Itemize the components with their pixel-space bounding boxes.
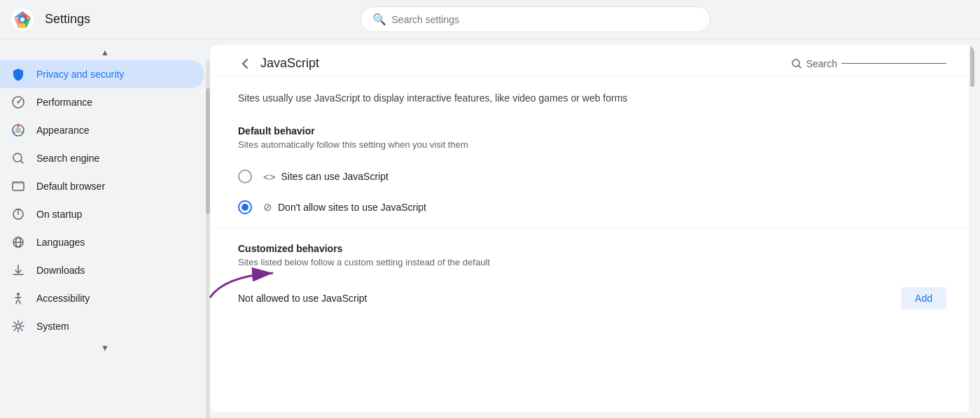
sidebar-label-search-engine: Search engine: [36, 153, 99, 164]
svg-point-8: [18, 125, 20, 127]
accessibility-icon: [11, 291, 25, 305]
radio-label-allow: <> Sites can use JavaScript: [263, 171, 388, 183]
not-allowed-label: Not allowed to use JavaScript: [238, 293, 367, 304]
scroll-up-icon: ▲: [101, 48, 109, 57]
sidebar-item-downloads[interactable]: Downloads: [0, 256, 204, 284]
sidebar-label-on-startup: On startup: [36, 209, 82, 220]
sidebar-label-default-browser: Default browser: [36, 181, 105, 192]
default-behavior-heading: Default behavior: [210, 114, 974, 139]
content-search-icon: [791, 58, 802, 69]
radio-option-allow[interactable]: <> Sites can use JavaScript: [210, 161, 974, 192]
default-behavior-subtext: Sites automatically follow this setting …: [210, 139, 974, 161]
svg-point-7: [15, 127, 21, 133]
add-button[interactable]: Add: [901, 287, 946, 309]
page-description: Sites usually use JavaScript to display …: [210, 77, 974, 114]
svg-rect-13: [13, 182, 24, 184]
svg-point-5: [18, 102, 20, 104]
sidebar-label-system: System: [36, 321, 69, 332]
system-icon: [11, 319, 25, 333]
radio-circle-block[interactable]: [238, 200, 252, 214]
back-button[interactable]: [238, 57, 252, 71]
customized-behaviors-subtext: Sites listed below follow a custom setti…: [210, 257, 974, 279]
search-icon: 🔍: [372, 13, 386, 26]
code-icon: <>: [263, 171, 276, 183]
appearance-icon: [11, 123, 25, 137]
sidebar-item-privacy-security[interactable]: Privacy and security: [0, 60, 204, 88]
sidebar: ▲ Privacy and security Performance: [0, 39, 210, 418]
content-search[interactable]: Search: [791, 58, 946, 69]
sidebar-item-appearance[interactable]: Appearance: [0, 116, 204, 144]
svg-point-9: [22, 132, 24, 134]
sidebar-item-on-startup[interactable]: On startup: [0, 200, 204, 228]
main-layout: ▲ Privacy and security Performance: [0, 39, 980, 418]
page-header-left: JavaScript: [238, 56, 319, 71]
search-input[interactable]: [392, 14, 699, 25]
topbar: Settings 🔍: [0, 0, 980, 39]
sidebar-label-performance: Performance: [36, 97, 92, 108]
sidebar-label-accessibility: Accessibility: [36, 293, 90, 304]
sidebar-scroll-up: ▲: [0, 45, 210, 60]
on-startup-icon: [11, 207, 25, 221]
performance-icon: [11, 95, 25, 109]
radio-inner-block: [241, 204, 248, 211]
sidebar-item-system[interactable]: System: [0, 312, 204, 340]
sidebar-label-privacy-security: Privacy and security: [36, 69, 124, 80]
global-search-bar[interactable]: 🔍: [360, 6, 710, 32]
app-title: Settings: [45, 12, 90, 27]
content-area: JavaScript Search Sites usually use Java…: [210, 45, 974, 412]
content-scrollbar-thumb[interactable]: [970, 45, 974, 87]
scroll-down-icon: ▼: [101, 343, 109, 353]
svg-point-18: [16, 324, 20, 328]
svg-point-3: [20, 18, 24, 22]
privacy-security-icon: [11, 67, 25, 81]
chrome-logo-icon: [11, 8, 34, 31]
radio-label-block: ⊘ Don't allow sites to use JavaScript: [263, 201, 426, 214]
sidebar-item-languages[interactable]: Languages: [0, 228, 204, 256]
sidebar-scroll-down: ▼: [0, 340, 210, 356]
radio-option-block[interactable]: ⊘ Don't allow sites to use JavaScript: [210, 192, 974, 223]
languages-icon: [11, 235, 25, 249]
sidebar-label-languages: Languages: [36, 237, 85, 248]
block-icon: ⊘: [263, 201, 272, 214]
radio-circle-allow[interactable]: [238, 169, 252, 183]
page-header: JavaScript Search: [210, 45, 974, 77]
sidebar-item-accessibility[interactable]: Accessibility: [0, 284, 204, 312]
sidebar-label-downloads: Downloads: [36, 265, 85, 276]
svg-point-17: [17, 293, 20, 295]
not-allowed-row: Not allowed to use JavaScript Add: [210, 279, 974, 318]
downloads-icon: [11, 263, 25, 277]
content-scrollbar-track: [969, 45, 974, 412]
sidebar-item-default-browser[interactable]: Default browser: [0, 172, 204, 200]
content-search-label: Search: [806, 58, 837, 69]
sidebar-item-search-engine[interactable]: Search engine: [0, 144, 204, 172]
sidebar-label-appearance: Appearance: [36, 125, 90, 136]
page-title: JavaScript: [260, 56, 319, 71]
default-browser-icon: [11, 179, 25, 193]
search-engine-icon: [11, 151, 25, 165]
sidebar-item-performance[interactable]: Performance: [0, 88, 204, 116]
customized-behaviors-heading: Customized behaviors: [210, 228, 974, 257]
search-underline: [841, 63, 946, 64]
svg-point-10: [13, 132, 15, 134]
